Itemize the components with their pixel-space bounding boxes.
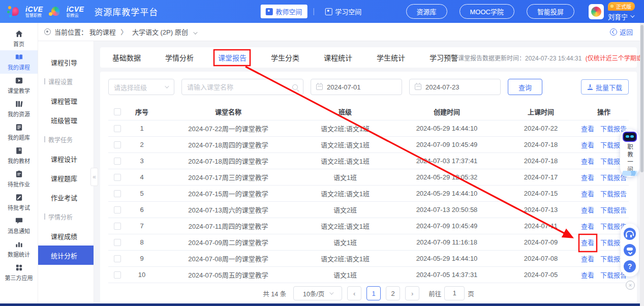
scrollbar-thumb[interactable] [640,25,643,172]
table-row: 3 2024-07-18周四的课堂教学 语文2班;语文1班 2024-07-03… [108,153,629,169]
help-icon[interactable] [624,260,636,272]
page-number-button[interactable]: 1 [366,286,381,300]
download-report-link[interactable]: 下载报告 [600,205,627,215]
classroom-name: 2024-07-08周一的课堂教学 [157,254,299,263]
avatar[interactable] [589,4,604,19]
row-checkbox[interactable] [114,158,121,165]
breadcrumb-root[interactable]: 我的课程 [89,28,116,36]
table-row: 2 2024-07-18周四的课堂教学 语文2班;语文1班 2024-07-09… [108,137,629,153]
report-tab[interactable]: 学生分类 [271,52,299,63]
cloud-download-icon[interactable] [624,244,636,256]
scrollbar[interactable] [640,23,644,306]
view-link[interactable]: 查看 [581,237,594,247]
location-icon [44,28,51,35]
course-menu-item[interactable]: 课程成绩 [38,226,94,246]
course-menu-item[interactable]: 班级管理 [38,110,94,130]
calendar-icon [415,84,421,90]
chevron-down-icon[interactable] [194,30,198,34]
date-from-picker[interactable]: 2024-07-01 [311,79,402,95]
view-link[interactable]: 查看 [581,254,594,263]
sidebar-item-label: 第三方应用 [5,273,33,282]
goto-unit: 页 [468,289,474,298]
row-checkbox[interactable] [114,174,121,181]
sidebar-item-home[interactable]: 首页 [0,27,38,50]
view-link[interactable]: 查看 [581,189,594,198]
row-checkbox[interactable] [114,206,121,213]
row-checkbox[interactable] [114,255,121,262]
apps-grid-icon [15,263,23,272]
view-link[interactable]: 查看 [581,124,594,133]
class-names: 语文1班 [299,172,391,182]
close-float-icon[interactable] [626,281,635,290]
course-menu-item[interactable]: 课程题库 [38,168,94,188]
report-tab[interactable]: 学生统计 [377,52,405,63]
course-menu-item[interactable]: 作业考试 [38,188,94,207]
sidebar-item-messages[interactable]: 消息通知 [0,214,38,237]
course-menu-item[interactable]: 统计分析 [38,246,94,265]
sidebar-item-classroom-teaching[interactable]: 课堂教学 [0,74,38,97]
report-tab[interactable]: 学习预警 [430,52,458,63]
row-index: 10 [127,271,157,279]
view-link[interactable]: 查看 [581,221,594,231]
prev-page-button[interactable] [347,286,361,300]
user-menu[interactable]: 刘育宁 [608,12,633,21]
course-menu-item-label: 统计分析 [51,251,77,260]
download-report-link[interactable]: 下载报告 [600,189,627,198]
back-button[interactable]: 返回 [610,27,633,37]
course-menu-item[interactable]: 课程管理 [38,91,94,110]
sidebar-item-textbook[interactable]: 我的教材 [0,144,38,167]
learning-space-tab[interactable]: 学习空间 [320,5,366,18]
sidebar-item-pending-exam[interactable]: 待批考试 [0,191,38,214]
course-menu-item[interactable]: 课程引导 [38,52,94,72]
breadcrumb-current[interactable]: 大学语文 (2P) 原创 [132,28,188,36]
page-number-button[interactable]: 2 [386,286,400,300]
sidebar-collapse-handle[interactable] [90,168,98,186]
smart-casting-button[interactable]: 智能投屏 [527,4,574,19]
customer-service-icon[interactable] [624,228,636,240]
view-link[interactable]: 查看 [581,270,594,280]
row-index: 1 [127,125,157,132]
row-checkbox[interactable] [114,271,121,279]
sidebar-item-my-resources[interactable]: 我的资源 [0,97,38,120]
bookshelf-icon [15,100,23,108]
row-checkbox[interactable] [114,141,121,148]
created-time: 2024-07-05 14:37:31 [391,271,503,279]
row-checkbox[interactable] [114,239,121,246]
sidebar-item-question-bank[interactable]: 我的题库 [0,120,38,144]
course-menu-item[interactable]: 课程设计 [38,149,94,168]
table-row: 10 2024-07-05周五的课堂教学 语文1班 2024-07-05 14:… [108,267,629,283]
search-icon[interactable] [292,84,298,90]
report-tab[interactable]: 课程统计 [324,52,352,63]
assistant-label: 职教一问 [626,144,634,173]
row-checkbox[interactable] [114,190,121,197]
resource-library-button[interactable]: 资源库 [406,4,447,19]
batch-download-button[interactable]: 批量下载 [581,79,629,95]
goto-page-input[interactable] [444,286,465,300]
report-tab[interactable]: 学情分析 [165,52,194,63]
mooc-academy-button[interactable]: MOOC学院 [459,4,514,19]
brand-primary-name: iCVE [25,6,43,13]
view-link[interactable]: 查看 [581,205,594,215]
view-link[interactable]: 查看 [581,140,594,149]
report-tab[interactable]: 基础数据 [112,52,141,63]
classroom-name: 2024-07-22周一的课堂教学 [157,124,299,133]
view-link[interactable]: 查看 [581,156,594,166]
class-select[interactable]: 请选择班级 [108,79,174,95]
date-to-picker[interactable]: 2024-07-23 [409,79,501,95]
report-tab[interactable]: 课堂报告 [218,52,247,63]
select-all-checkbox[interactable] [114,108,121,115]
assistant-widget[interactable]: 职教一问 [620,129,639,177]
row-checkbox[interactable] [114,125,121,132]
teacher-space-tab[interactable]: 教师空间 [260,5,307,18]
query-button[interactable]: 查询 [508,79,542,95]
next-page-button[interactable] [405,286,419,300]
sidebar-item-my-courses[interactable]: 我的课程 [0,50,38,74]
view-link[interactable]: 查看 [581,172,594,182]
search-input[interactable] [187,83,273,91]
sidebar-item-pending-homework[interactable]: 待批作业 [0,167,38,191]
page-size-select[interactable]: 10条/页 [293,286,342,300]
column-header-class: 班级 [299,107,391,116]
row-checkbox[interactable] [114,223,121,230]
sidebar-item-data-statistics[interactable]: 数据统计 [0,237,38,261]
sidebar-item-third-party-apps[interactable]: 第三方应用 [0,261,38,284]
